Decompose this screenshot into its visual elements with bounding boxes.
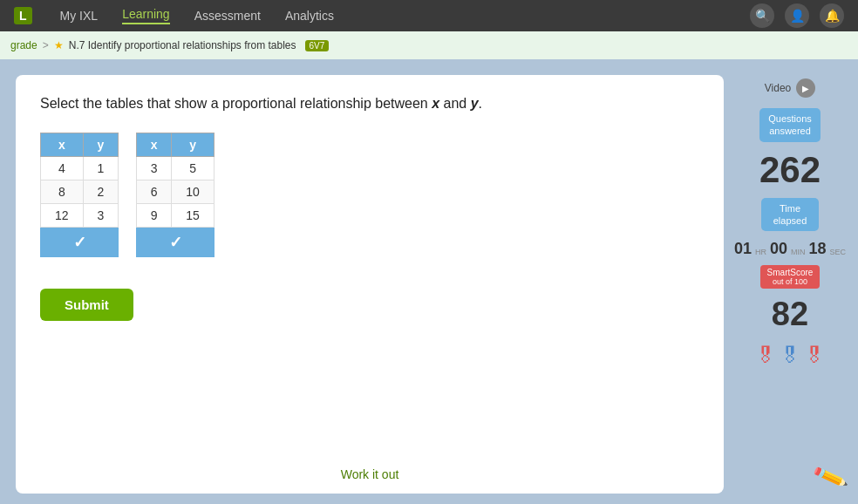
timer-sec: 18 (809, 240, 827, 258)
timer-display: 01 HR 00 MIN 18 SEC (734, 240, 846, 258)
prompt-var-x: x (432, 96, 439, 111)
table2-wrapper[interactable]: x y 3 5 6 10 9 (136, 133, 214, 257)
table2-checkmark: ✓ (169, 233, 182, 252)
timer-hr-label: HR (755, 248, 766, 256)
nav-link-analytics[interactable]: Analytics (285, 9, 334, 23)
prompt-var-y: y (471, 96, 479, 111)
video-row: Video ▶ (765, 78, 815, 98)
breadcrumb-skill: N.7 Identify proportional relationships … (69, 39, 296, 51)
pencil-icon[interactable]: ✏️ (811, 459, 849, 496)
table1-r1c2: 1 (83, 157, 118, 180)
table2-header-x: x (137, 133, 172, 157)
submit-button[interactable]: Submit (40, 289, 133, 321)
table1-header-y: y (83, 133, 118, 157)
tables-row: x y 4 1 8 2 12 (40, 133, 699, 257)
table1: x y 4 1 8 2 12 (40, 133, 119, 228)
table1-checkmark: ✓ (73, 233, 86, 252)
table-row: 8 2 (41, 180, 119, 204)
time-elapsed-line1: Time (773, 202, 807, 215)
questions-answered-line1: Questions (768, 112, 812, 125)
nav-logo[interactable]: L (14, 7, 32, 24)
table2-r1c1: 3 (137, 157, 172, 180)
time-elapsed-line2: elapsed (773, 215, 807, 227)
search-icon[interactable]: 🔍 (750, 3, 774, 28)
prompt-text-start: Select the tables that show a proportion… (40, 96, 428, 111)
nav-link-learning[interactable]: Learning (122, 7, 170, 24)
user-avatar[interactable]: 👤 (785, 3, 809, 28)
breadcrumb: grade > ★ N.7 Identify proportional rela… (0, 31, 858, 59)
ribbon-3: 🎖 (804, 344, 825, 368)
prompt-and-word: and (444, 96, 467, 111)
timer-sec-label: SEC (830, 248, 847, 256)
notifications-icon[interactable]: 🔔 (820, 3, 844, 28)
table2-r3c1: 9 (137, 204, 172, 228)
smart-score-subtitle: out of 100 (767, 277, 814, 286)
video-button[interactable]: ▶ (796, 78, 815, 98)
video-label: Video (765, 82, 791, 94)
timer-min-label: MIN (791, 248, 806, 256)
work-it-out-link[interactable]: Work it out (341, 467, 399, 481)
smart-score-value: 82 (772, 296, 808, 333)
timer-min: 00 (770, 240, 787, 258)
smart-score-title: SmartScore (767, 268, 814, 277)
table2-header-y: y (172, 133, 214, 157)
breadcrumb-badge: 6V7 (305, 40, 330, 51)
table2: x y 3 5 6 10 9 (136, 133, 214, 228)
table2-r1c2: 5 (172, 157, 214, 180)
table-row: 6 10 (137, 180, 214, 204)
table-row: 12 3 (41, 204, 119, 228)
table2-check-row: ✓ (136, 228, 214, 257)
table1-wrapper[interactable]: x y 4 1 8 2 12 (40, 133, 119, 257)
ribbon-2: 🎖 (780, 344, 800, 368)
breadcrumb-grade[interactable]: grade (10, 39, 37, 51)
table2-r2c2: 10 (172, 180, 214, 204)
table1-r3c1: 12 (41, 204, 84, 228)
question-card: Select the tables that show a proportion… (16, 75, 724, 494)
time-elapsed-button[interactable]: Time elapsed (761, 198, 820, 232)
table1-r1c1: 4 (41, 157, 84, 180)
nav-bar: L My IXL Learning Assessment Analytics 🔍… (0, 0, 858, 31)
score-count: 262 (759, 149, 821, 191)
ribbons-container: 🎖 🎖 🎖 (755, 344, 825, 368)
nav-link-myixl[interactable]: My IXL (60, 9, 99, 23)
nav-right: 🔍 👤 🔔 (750, 3, 844, 28)
table1-check-row: ✓ (40, 228, 119, 257)
table-row: 3 5 (137, 157, 214, 180)
main-area: Select the tables that show a proportion… (0, 59, 858, 504)
nav-link-assessment[interactable]: Assessment (194, 9, 261, 23)
table2-r3c2: 15 (172, 204, 214, 228)
breadcrumb-separator: > (43, 39, 49, 51)
table-row: 4 1 (41, 157, 119, 180)
timer-hr: 01 (734, 240, 752, 258)
smart-score-label[interactable]: SmartScore out of 100 (760, 265, 821, 289)
table1-r2c2: 2 (83, 180, 118, 204)
questions-answered-line2: answered (768, 125, 812, 137)
questions-answered-button[interactable]: Questions answered (759, 108, 821, 142)
breadcrumb-star-icon: ★ (54, 39, 64, 51)
question-prompt: Select the tables that show a proportion… (40, 96, 699, 112)
prompt-end: . (479, 96, 482, 111)
right-sidebar: Video ▶ Questions answered 262 Time elap… (738, 75, 842, 368)
table1-r3c2: 3 (83, 204, 118, 228)
nav-links: My IXL Learning Assessment Analytics (60, 7, 334, 24)
table-row: 9 15 (137, 204, 214, 228)
table2-r2c1: 6 (137, 180, 172, 204)
ribbon-1: 🎖 (755, 344, 776, 368)
table1-header-x: x (41, 133, 84, 157)
table1-r2c1: 8 (41, 180, 84, 204)
